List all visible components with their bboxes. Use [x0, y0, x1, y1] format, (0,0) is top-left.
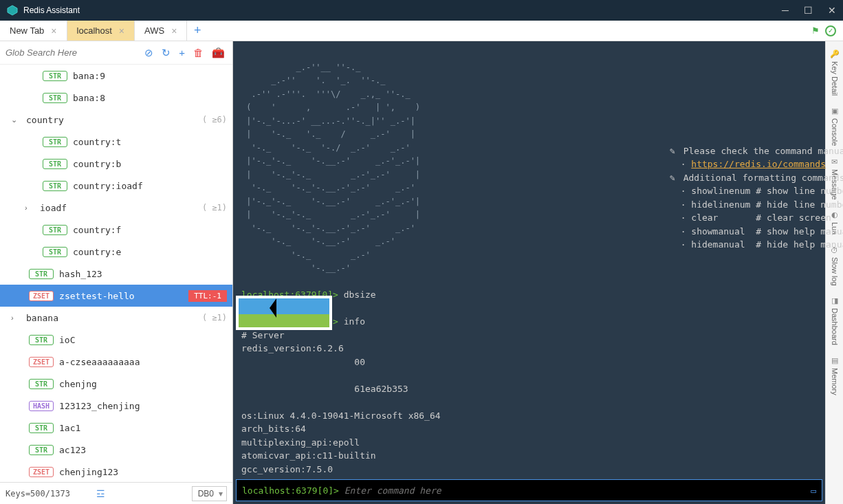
command-input-row: localhost:6379[0]> ▭: [236, 479, 822, 501]
key-label: 1ac1: [59, 423, 80, 433]
key-label: hash_123: [59, 269, 102, 279]
chevron-icon: ›: [11, 314, 21, 322]
pen-icon: ✎: [670, 173, 675, 183]
tree-group[interactable]: ⌄country( ≥6): [0, 109, 232, 131]
close-tab-icon[interactable]: ×: [51, 25, 56, 36]
type-tag: STR: [43, 137, 67, 147]
rail-label: Key Detail: [831, 61, 839, 96]
list-view-icon[interactable]: ☲: [96, 488, 105, 499]
delete-icon[interactable]: 🗑: [191, 47, 206, 58]
tree-key[interactable]: STRcountry:b: [0, 153, 232, 175]
refresh-icon[interactable]: ↻: [160, 47, 173, 59]
rail-icon: 🔑: [830, 50, 840, 58]
tab[interactable]: New Tab×: [0, 21, 67, 41]
search-toolbar: ⊘ ↻ + 🗑 🧰: [0, 41, 232, 65]
titlebar: Redis Assistant ─ ☐ ✕: [0, 0, 843, 21]
key-label: country:ioadf: [73, 181, 143, 191]
status-bar: Keys=500/1373 ☲ DB0: [0, 482, 232, 504]
key-label: zsettest-hello: [59, 291, 135, 301]
type-tag: STR: [29, 269, 54, 279]
key-label: country:e: [73, 247, 121, 257]
tree-key[interactable]: STRchenjng: [0, 373, 232, 395]
group-label: country: [26, 115, 64, 125]
rail-label: Dashboard: [831, 308, 839, 345]
expand-console-icon[interactable]: ▭: [811, 485, 816, 496]
svg-marker-0: [8, 6, 17, 15]
add-key-icon[interactable]: +: [177, 47, 187, 58]
close-button[interactable]: ✕: [828, 5, 836, 16]
sidebar: ⊘ ↻ + 🗑 🧰 STRbana:9STRbana:8⌄country( ≥6…: [0, 41, 233, 504]
rail-tab[interactable]: ◨Dashboard: [831, 292, 839, 349]
tree-key[interactable]: STRac123: [0, 439, 232, 461]
tree-key[interactable]: ZSETzsettest-helloTTL:-1: [0, 285, 232, 307]
rail-icon: ▣: [831, 107, 838, 116]
group-count: ( ≥1): [202, 313, 227, 322]
tree-key[interactable]: HASH123123_chenjing: [0, 395, 232, 417]
search-input[interactable]: [6, 47, 138, 58]
close-tab-icon[interactable]: ×: [171, 25, 177, 36]
key-label: country:f: [73, 225, 121, 235]
tree-key[interactable]: STRhash_123: [0, 263, 232, 285]
minimize-button[interactable]: ─: [782, 5, 789, 16]
type-tag: STR: [43, 71, 67, 81]
rail-label: Memory: [831, 368, 839, 395]
tab-label: New Tab: [10, 25, 44, 36]
tab-bar: New Tab×localhost×AWS× + ⚑ ✓: [0, 21, 843, 41]
db-selector[interactable]: DB0: [192, 486, 227, 501]
group-count: ( ≥1): [202, 203, 227, 212]
rail-label: Slow log: [831, 257, 839, 286]
console-output: _.-''__ ''-._ _.-'' '. '_. ''-._ .-'' .-…: [233, 41, 825, 476]
tree-key[interactable]: STRbana:8: [0, 87, 232, 109]
tree-key[interactable]: STR1ac1: [0, 417, 232, 439]
tree-key[interactable]: STRcountry:e: [0, 241, 232, 263]
add-tab-button[interactable]: +: [187, 21, 208, 41]
tree-key[interactable]: STRioC: [0, 329, 232, 351]
window-title: Redis Assistant: [23, 6, 782, 15]
toolbox-icon[interactable]: 🧰: [210, 47, 227, 59]
group-count: ( ≥6): [202, 115, 227, 124]
tree-key[interactable]: ZSETa-czseaaaaaaaaa: [0, 351, 232, 373]
type-tag: ZSET: [29, 467, 54, 477]
chevron-icon: ›: [25, 204, 34, 212]
pen-icon: ✎: [670, 146, 675, 156]
rail-tab[interactable]: 🔑Key Detail: [830, 45, 840, 100]
clear-search-icon[interactable]: ⊘: [142, 47, 155, 59]
pin-icon[interactable]: ⚑: [811, 25, 820, 36]
rail-icon: ▤: [831, 356, 838, 365]
key-label: bana:8: [73, 93, 105, 103]
key-label: chenjing123: [59, 467, 118, 477]
status-ok-icon[interactable]: ✓: [825, 25, 836, 36]
type-tag: STR: [43, 225, 67, 235]
tree-key[interactable]: STRcountry:ioadf: [0, 175, 232, 197]
tab[interactable]: AWS×: [135, 21, 187, 41]
app-logo-icon: [7, 5, 18, 16]
chevron-icon: ⌄: [11, 116, 21, 124]
tab[interactable]: localhost×: [67, 21, 135, 41]
group-label: banana: [26, 313, 58, 323]
tree-key[interactable]: STRcountry:t: [0, 131, 232, 153]
tree-key[interactable]: ZSETchenjing123: [0, 461, 232, 482]
tree-group[interactable]: ›ioadf( ≥1): [0, 197, 232, 219]
tree-key[interactable]: STRcountry:f: [0, 219, 232, 241]
ascii-logo: _.-''__ ''-._ _.-'' '. '_. ''-._ .-'' .-…: [241, 63, 420, 274]
key-label: chenjng: [59, 379, 97, 389]
key-label: ioC: [59, 335, 75, 345]
type-tag: ZSET: [29, 291, 54, 301]
type-tag: STR: [29, 379, 54, 389]
close-tab-icon[interactable]: ×: [119, 25, 124, 36]
tree-group[interactable]: ›banana( ≥1): [0, 307, 232, 329]
type-tag: STR: [29, 423, 54, 433]
rail-tab[interactable]: ▤Memory: [831, 352, 839, 399]
tree-key[interactable]: STRbana:9: [0, 65, 232, 87]
rail-icon: ◨: [831, 296, 838, 305]
commands-link[interactable]: https://redis.io/commands: [691, 159, 826, 169]
type-tag: ZSET: [29, 357, 54, 367]
tab-label: localhost: [77, 25, 112, 36]
command-prompt: localhost:6379[0]>: [242, 485, 339, 496]
command-input[interactable]: [344, 485, 811, 496]
key-label: 123123_chenjing: [59, 401, 140, 411]
type-tag: STR: [29, 335, 54, 345]
key-tree: STRbana:9STRbana:8⌄country( ≥6)STRcountr…: [0, 65, 232, 482]
key-label: bana:9: [73, 71, 105, 81]
maximize-button[interactable]: ☐: [804, 5, 813, 16]
